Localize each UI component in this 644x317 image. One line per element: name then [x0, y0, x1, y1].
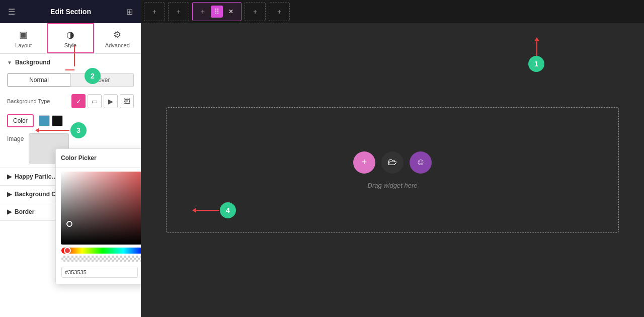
tabs-row: ▣ Layout ◑ Style ⚙ Advanced	[0, 23, 141, 54]
cp-gradient-area[interactable]	[61, 172, 141, 245]
add-active-btn[interactable]: +	[197, 6, 209, 18]
tab-style[interactable]: ◑ Style	[47, 23, 94, 53]
hover-btn[interactable]: Hover	[70, 73, 133, 87]
background-label: Background	[15, 59, 50, 66]
step-4-arrowhead	[192, 208, 196, 213]
collapse-icon-1: ▶	[7, 173, 12, 180]
step-3-arrowhead	[35, 128, 39, 133]
cp-header: Color Picker ↺ + ≡ ✏	[56, 149, 141, 168]
smiley-widget-btn[interactable]: ☺	[410, 151, 432, 174]
step-4-arrow	[194, 210, 219, 211]
cp-hex-row: HEXA RGBA HSLA	[56, 264, 141, 279]
add-col-2-btn[interactable]: +	[173, 6, 185, 18]
panel-header: ☰ Edit Section ⊞	[0, 0, 141, 23]
canvas-section-4: +	[245, 2, 266, 21]
bg-type-row: Background Type ✓ ▭ ▶ 🖼	[0, 92, 141, 112]
tab-advanced[interactable]: ⚙ Advanced	[94, 23, 141, 53]
background-section: ▼ Background Normal Hover Background Typ…	[0, 54, 141, 168]
background-header[interactable]: ▼ Background	[0, 54, 141, 71]
step-4: 4	[220, 202, 236, 218]
style-icon: ◑	[66, 29, 74, 40]
step-1: 1	[528, 56, 544, 72]
left-panel: ☰ Edit Section ⊞ ▣ Layout ◑ Style ⚙ Adva…	[0, 0, 141, 317]
add-widget-btn[interactable]: +	[353, 151, 375, 174]
color-swatch-2[interactable]	[52, 115, 63, 126]
tab-layout-label: Layout	[15, 42, 32, 48]
right-canvas: + + + ⠿ ✕ + + + 🗁 ☺ Drag widget here	[141, 0, 644, 317]
bg-type-icons: ✓ ▭ ▶ 🖼	[71, 94, 134, 108]
background-color-label: Background C…	[15, 191, 62, 198]
close-section-btn[interactable]: ✕	[225, 6, 237, 18]
arrow-1-line	[536, 39, 537, 57]
cp-title: Color Picker	[61, 154, 141, 162]
grid-icon[interactable]: ⊞	[126, 7, 133, 17]
cp-alpha-slider[interactable]	[61, 256, 141, 262]
step-2: 2	[85, 68, 101, 84]
tab-advanced-label: Advanced	[105, 42, 130, 48]
step-3-arrow	[37, 130, 69, 131]
border-label: Border	[15, 208, 34, 215]
canvas-section-active: + ⠿ ✕	[192, 2, 242, 21]
step-2-arrow-v	[74, 45, 75, 66]
advanced-icon: ⚙	[113, 29, 121, 40]
arrow-1-head	[534, 37, 539, 41]
cp-hue-thumb	[64, 247, 71, 254]
collapse-icon-3: ▶	[7, 208, 12, 215]
canvas-section-5: +	[269, 2, 290, 21]
bg-type-slideshow-icon[interactable]: 🖼	[120, 94, 134, 108]
color-picker-popup: Color Picker ↺ + ≡ ✏ HEXA	[55, 148, 141, 284]
cp-hue-slider[interactable]	[61, 248, 141, 254]
canvas-toolbar: + + + ⠿ ✕ + +	[141, 0, 644, 23]
color-label[interactable]: Color	[7, 114, 34, 127]
menu-icon[interactable]: ☰	[8, 7, 15, 17]
bg-type-color-icon[interactable]: ✓	[71, 94, 86, 108]
image-label: Image	[7, 133, 24, 142]
normal-hover-toggle: Normal Hover	[7, 73, 134, 87]
bg-type-label: Background Type	[7, 98, 67, 104]
bg-type-video-icon[interactable]: ▶	[104, 94, 118, 108]
canvas-area: + 🗁 ☺ Drag widget here 1	[141, 23, 644, 317]
cp-hex-input[interactable]	[61, 267, 138, 278]
canvas-section-2: +	[168, 2, 189, 21]
add-col-5-btn[interactable]: +	[273, 6, 285, 18]
happy-particles-label: Happy Partic…	[15, 173, 57, 180]
color-swatches	[39, 115, 63, 126]
collapse-arrow: ▼	[7, 60, 12, 65]
drag-handle-btn[interactable]: ⠿	[211, 6, 223, 18]
normal-btn[interactable]: Normal	[8, 73, 70, 87]
folder-widget-btn[interactable]: 🗁	[381, 151, 404, 174]
add-col-4-btn[interactable]: +	[249, 6, 261, 18]
cp-cursor	[66, 221, 72, 227]
collapse-icon-2: ▶	[7, 191, 12, 198]
drag-label: Drag widget here	[368, 182, 418, 189]
color-swatch-1[interactable]	[39, 115, 50, 126]
tab-layout[interactable]: ▣ Layout	[0, 23, 47, 53]
bg-type-image-icon[interactable]: ▭	[88, 94, 102, 108]
step-3: 3	[70, 122, 87, 138]
layout-icon: ▣	[19, 29, 28, 40]
add-col-1-btn[interactable]: +	[148, 6, 160, 18]
panel-title: Edit Section	[50, 8, 91, 16]
canvas-section-1: +	[144, 2, 165, 21]
step-2-arrow-h	[65, 69, 74, 70]
widget-actions: + 🗁 ☺	[353, 151, 432, 174]
